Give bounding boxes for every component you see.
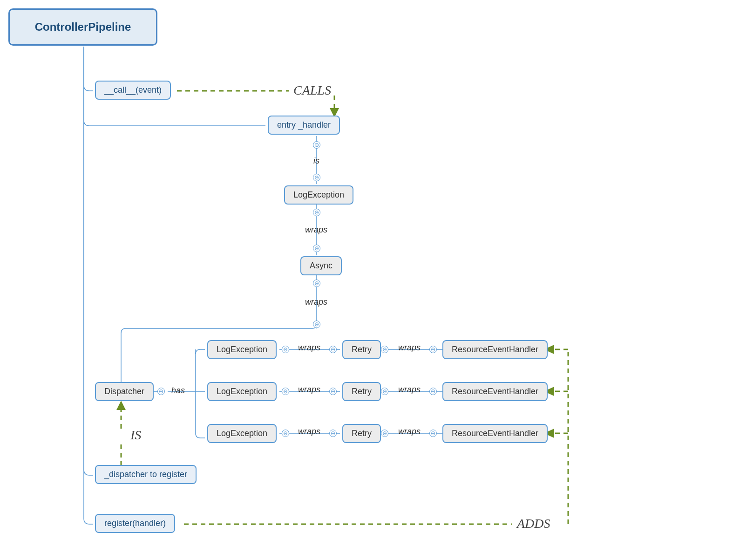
row1-reh-node[interactable]: ResourceEventHandler bbox=[442, 340, 548, 359]
async-node[interactable]: Async bbox=[300, 256, 342, 275]
row1-retry-node[interactable]: Retry bbox=[342, 340, 381, 359]
root-label: ControllerPipeline bbox=[35, 20, 131, 34]
row2-retry-node[interactable]: Retry bbox=[342, 382, 381, 401]
call-event-label: __call__(event) bbox=[104, 85, 162, 95]
collapse-icon[interactable]: ⊖ bbox=[313, 209, 320, 216]
dispatcher-to-register-node[interactable]: _dispatcher to register bbox=[95, 465, 197, 484]
entry-handler-label: entry _handler bbox=[277, 120, 331, 130]
row3-wraps-a: wraps bbox=[298, 427, 320, 437]
row1-retry-label: Retry bbox=[352, 345, 372, 355]
row3-reh-node[interactable]: ResourceEventHandler bbox=[442, 424, 548, 443]
async-label: Async bbox=[310, 261, 333, 271]
log-exception-top-label: LogException bbox=[293, 190, 344, 200]
row2-wraps-a: wraps bbox=[298, 385, 320, 395]
dispatcher-label: Dispatcher bbox=[104, 387, 144, 396]
row3-reh-label: ResourceEventHandler bbox=[452, 429, 538, 438]
row2-reh-label: ResourceEventHandler bbox=[452, 387, 538, 396]
entry-handler-node[interactable]: entry _handler bbox=[268, 116, 340, 135]
collapse-icon[interactable]: ⊖ bbox=[429, 388, 437, 395]
register-handler-label: register(handler) bbox=[104, 519, 166, 528]
dispatcher-node[interactable]: Dispatcher bbox=[95, 382, 154, 401]
log-exception-top-node[interactable]: LogException bbox=[284, 185, 353, 205]
collapse-icon[interactable]: ⊖ bbox=[282, 388, 289, 395]
row2-wraps-b: wraps bbox=[398, 385, 421, 395]
collapse-icon[interactable]: ⊖ bbox=[313, 141, 320, 149]
collapse-icon[interactable]: ⊖ bbox=[329, 430, 337, 437]
row3-retry-node[interactable]: Retry bbox=[342, 424, 381, 443]
row1-wraps-a: wraps bbox=[298, 343, 320, 353]
adds-label: ADDS bbox=[517, 516, 550, 531]
collapse-icon[interactable]: ⊖ bbox=[429, 346, 437, 353]
row2-reh-node[interactable]: ResourceEventHandler bbox=[442, 382, 548, 401]
collapse-icon[interactable]: ⊖ bbox=[329, 388, 337, 395]
collapse-icon[interactable]: ⊖ bbox=[157, 388, 165, 395]
row1-reh-label: ResourceEventHandler bbox=[452, 345, 538, 355]
row2-retry-label: Retry bbox=[352, 387, 372, 396]
row2-log-label: LogException bbox=[217, 387, 267, 396]
is-big-label: IS bbox=[130, 428, 141, 443]
row3-log-label: LogException bbox=[217, 429, 267, 438]
wraps-2-label: wraps bbox=[305, 297, 327, 307]
collapse-icon[interactable]: ⊖ bbox=[381, 388, 388, 395]
collapse-icon[interactable]: ⊖ bbox=[381, 346, 388, 353]
collapse-icon[interactable]: ⊖ bbox=[429, 430, 437, 437]
row3-wraps-b: wraps bbox=[398, 427, 421, 437]
collapse-icon[interactable]: ⊖ bbox=[381, 430, 388, 437]
row2-log-node[interactable]: LogException bbox=[207, 382, 277, 401]
wraps-1-label: wraps bbox=[305, 225, 327, 235]
collapse-icon[interactable]: ⊖ bbox=[282, 346, 289, 353]
collapse-icon[interactable]: ⊖ bbox=[313, 280, 320, 287]
register-handler-node[interactable]: register(handler) bbox=[95, 514, 175, 533]
collapse-icon[interactable]: ⊖ bbox=[329, 346, 337, 353]
row1-wraps-b: wraps bbox=[398, 343, 421, 353]
collapse-icon[interactable]: ⊖ bbox=[313, 245, 320, 252]
row1-log-label: LogException bbox=[217, 345, 267, 355]
collapse-icon[interactable]: ⊖ bbox=[313, 321, 320, 328]
row3-retry-label: Retry bbox=[352, 429, 372, 438]
is-small-label: is bbox=[313, 156, 319, 166]
row3-log-node[interactable]: LogException bbox=[207, 424, 277, 443]
has-label: has bbox=[171, 386, 185, 396]
row1-log-node[interactable]: LogException bbox=[207, 340, 277, 359]
collapse-icon[interactable]: ⊖ bbox=[313, 174, 320, 181]
root-node[interactable]: ControllerPipeline bbox=[8, 8, 157, 46]
svg-marker-1 bbox=[116, 401, 126, 410]
dispatcher-to-register-label: _dispatcher to register bbox=[104, 470, 187, 479]
calls-label: CALLS bbox=[293, 83, 331, 98]
call-event-node[interactable]: __call__(event) bbox=[95, 81, 171, 100]
collapse-icon[interactable]: ⊖ bbox=[282, 430, 289, 437]
